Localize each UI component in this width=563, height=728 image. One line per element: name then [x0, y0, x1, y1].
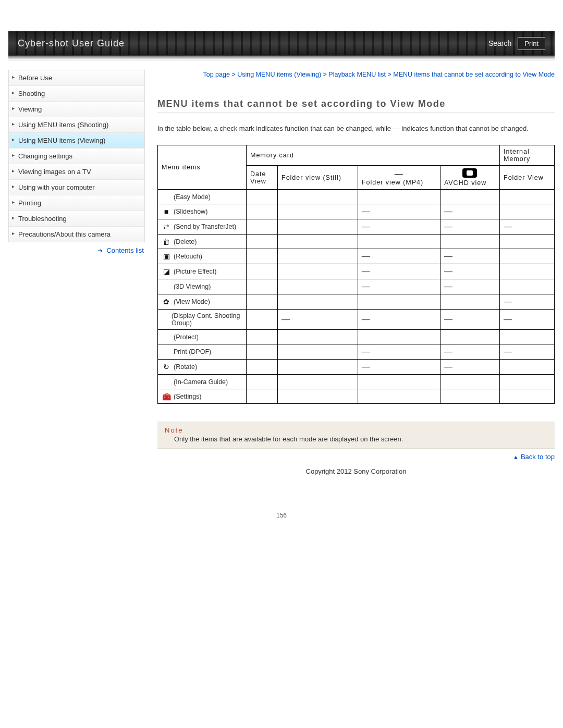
- sidebar-item-changing-settings[interactable]: Changing settings: [9, 149, 144, 164]
- sidebar-item-viewing-tv[interactable]: Viewing images on a TV: [9, 164, 144, 180]
- intro-text: In the table below, a check mark indicat…: [157, 124, 555, 134]
- sidebar-item-label: Before Use: [18, 74, 52, 82]
- table-cell: [247, 310, 278, 330]
- sidebar: Before Use Shooting Viewing Using MENU i…: [8, 70, 145, 512]
- breadcrumb-part[interactable]: Top page: [203, 71, 229, 78]
- table-cell: [440, 294, 499, 310]
- sidebar-item-menu-shooting[interactable]: Using MENU items (Shooting): [9, 117, 144, 133]
- sidebar-item-troubleshooting[interactable]: Troubleshooting: [9, 211, 144, 227]
- note-title: Note: [165, 426, 547, 434]
- table-cell: [358, 389, 440, 404]
- table-cell: [278, 235, 358, 249]
- row-label: Print (DPOF): [174, 348, 211, 355]
- breadcrumb-sep: >: [386, 71, 393, 78]
- header-title: Cyber-shot User Guide: [18, 38, 125, 49]
- row-label-cell: (In-Camera Guide): [158, 375, 247, 389]
- breadcrumb-part[interactable]: Using MENU items (Viewing): [237, 71, 321, 78]
- table-row: ↻(Rotate)——: [158, 360, 555, 375]
- th-internal-memory: Internal Memory: [500, 145, 555, 166]
- th-memory-card: Memory card: [247, 145, 500, 166]
- table-cell: [247, 204, 278, 219]
- sidebar-item-menu-viewing[interactable]: Using MENU items (Viewing): [9, 133, 144, 149]
- arrow-right-icon: ➔: [97, 247, 103, 254]
- row-icon: ◪: [162, 267, 171, 276]
- table-row: ■(Slideshow)——: [158, 204, 555, 219]
- table-cell: —: [278, 310, 358, 330]
- sidebar-item-shooting[interactable]: Shooting: [9, 86, 144, 102]
- table-cell: [247, 330, 278, 344]
- back-to-top-link[interactable]: Back to top: [521, 453, 555, 461]
- table-cell: —: [440, 360, 499, 375]
- row-label: (3D Viewing): [174, 283, 211, 290]
- row-label: (View Mode): [174, 298, 210, 305]
- table-cell: [247, 344, 278, 360]
- row-label-cell: ↻(Rotate): [158, 360, 247, 375]
- table-cell: [440, 235, 499, 249]
- table-cell: —: [440, 344, 499, 360]
- compatibility-table: Menu items Memory card Internal Memory D…: [157, 145, 555, 404]
- sidebar-item-viewing[interactable]: Viewing: [9, 102, 144, 117]
- sidebar-item-printing[interactable]: Printing: [9, 195, 144, 211]
- table-cell: [278, 204, 358, 219]
- table-cell: [500, 235, 555, 249]
- table-cell: —: [440, 219, 499, 235]
- breadcrumb: Top page > Using MENU items (Viewing) > …: [157, 70, 555, 80]
- table-cell: [278, 294, 358, 310]
- table-cell: [500, 330, 555, 344]
- table-cell: [278, 190, 358, 204]
- breadcrumb-sep: >: [230, 71, 237, 78]
- table-cell: [500, 360, 555, 375]
- table-cell: [500, 279, 555, 294]
- table-cell: —: [358, 310, 440, 330]
- row-icon: ■: [162, 207, 171, 216]
- print-button[interactable]: Print: [518, 37, 545, 50]
- breadcrumb-part[interactable]: Playback MENU list: [328, 71, 386, 78]
- table-cell: [247, 294, 278, 310]
- table-cell: [278, 330, 358, 344]
- table-cell: [278, 389, 358, 404]
- contents-list-link[interactable]: Contents list: [106, 246, 144, 254]
- table-cell: [247, 389, 278, 404]
- table-cell: [247, 249, 278, 264]
- table-cell: [500, 375, 555, 389]
- row-label-cell: (Easy Mode): [158, 190, 247, 204]
- row-icon: 🗑: [162, 238, 171, 246]
- row-label-cell: ✿(View Mode): [158, 294, 247, 310]
- table-cell: [358, 190, 440, 204]
- table-cell: —: [500, 219, 555, 235]
- table-cell: [358, 294, 440, 310]
- th-folder-still: Folder view (Still): [278, 166, 358, 190]
- table-cell: —: [358, 344, 440, 360]
- table-cell: [278, 219, 358, 235]
- table-cell: [500, 249, 555, 264]
- table-cell: [500, 264, 555, 279]
- table-cell: [247, 279, 278, 294]
- search-link[interactable]: Search: [488, 39, 511, 47]
- sidebar-item-before-use[interactable]: Before Use: [9, 70, 144, 86]
- row-label-cell: 🗑(Delete): [158, 235, 247, 249]
- sidebar-item-label: Troubleshooting: [18, 215, 67, 223]
- table-cell: [247, 190, 278, 204]
- row-label: (Picture Effect): [174, 268, 216, 275]
- main-content: Top page > Using MENU items (Viewing) > …: [157, 70, 555, 512]
- breadcrumb-sep: >: [321, 71, 328, 78]
- row-label-cell: Print (DPOF): [158, 344, 247, 360]
- table-cell: [358, 235, 440, 249]
- table-cell: [500, 190, 555, 204]
- table-cell: —: [358, 219, 440, 235]
- sidebar-item-label: Shooting: [18, 90, 45, 97]
- page-title: MENU items that cannot be set according …: [157, 98, 555, 113]
- table-cell: —: [440, 310, 499, 330]
- table-row: 🗑(Delete): [158, 235, 555, 249]
- table-cell: [278, 264, 358, 279]
- table-cell: [278, 249, 358, 264]
- th-folder-mp4-label: Folder view (MP4): [362, 179, 436, 186]
- sidebar-item-label: Using MENU items (Viewing): [18, 137, 105, 144]
- sidebar-item-precautions[interactable]: Precautions/About this camera: [9, 227, 144, 242]
- table-row: (Display Cont. Shooting Group)————: [158, 310, 555, 330]
- table-cell: —: [440, 279, 499, 294]
- table-row: (Easy Mode): [158, 190, 555, 204]
- table-cell: —: [358, 360, 440, 375]
- row-label: (Send by TransferJet): [174, 223, 236, 230]
- sidebar-item-computer[interactable]: Using with your computer: [9, 180, 144, 195]
